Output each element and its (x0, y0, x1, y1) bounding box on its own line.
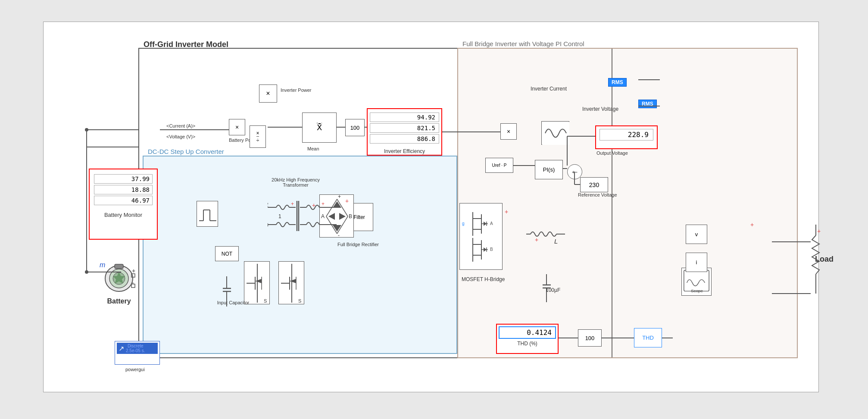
uref-label: Uref · P (492, 163, 507, 168)
inverter-power-label: Inverter Power (281, 88, 312, 93)
inv-eff-label: Inverter Efficiency (368, 148, 441, 154)
inv-eff-v2: 821.5 (370, 123, 439, 133)
mult-block-battery: × (229, 119, 245, 135)
gain-thd-block: 100 (578, 329, 602, 347)
fullbridge-label: Full Bridge Inverter with Voltage PI Con… (462, 40, 584, 47)
sine-block (541, 121, 569, 145)
battery-monitor-label: Battery Monitor (90, 212, 157, 218)
mean-symbol: X̄ (317, 123, 322, 132)
output-voltage-box: 228.9 (595, 125, 658, 149)
svg-marker-73 (290, 279, 296, 283)
thd-source-block: THD (634, 328, 662, 347)
uref-block: Uref · P (485, 158, 513, 173)
svg-text:-: - (132, 279, 134, 286)
svg-text:+: + (338, 195, 341, 200)
mult-block-inverter: × (500, 123, 517, 140)
svg-marker-67 (255, 279, 262, 283)
gain-100-block: 100 (345, 119, 365, 136)
battery-monitor-v3: 46.97 (94, 196, 153, 205)
div-block: × ÷ (250, 125, 266, 148)
svg-text:B: B (349, 213, 352, 219)
svg-rect-8 (542, 122, 569, 145)
mean-block: X̄ (302, 113, 337, 143)
svg-text:+: + (322, 201, 325, 207)
svg-marker-16 (339, 213, 346, 220)
thd-source-label: THD (642, 335, 654, 341)
m-label: m (100, 261, 105, 269)
gain-thd-value: 100 (585, 335, 595, 341)
svg-marker-33 (484, 247, 487, 252)
pulse-gen-block (197, 201, 218, 227)
svg-text:+: + (291, 201, 294, 207)
diagram-area: Off-Grid Inverter Model Full Bridge Inve… (43, 22, 819, 392)
thd-box: 0.4124 THD (%) (496, 324, 559, 354)
transformer-label: 20kHz High Frequency Transformer (263, 177, 328, 188)
svg-text:+: + (817, 228, 821, 235)
output-voltage-label: Output Voltage (596, 150, 628, 156)
mult-symbol: × (235, 124, 239, 131)
svg-text:g: g (462, 221, 465, 226)
sine-wave-svg (542, 122, 570, 145)
reference-voltage-value: 230 (589, 181, 599, 188)
battery-label: Battery (93, 297, 145, 305)
svg-text:S: S (264, 298, 267, 303)
svg-text:+: + (132, 267, 135, 274)
capacitor-symbol (541, 274, 552, 302)
i-block: i (686, 253, 707, 272)
reference-voltage-block: 230 (580, 177, 608, 192)
input-capacitor-symbol (222, 276, 232, 306)
svg-text:1: 1 (278, 213, 281, 219)
battery-icon: + - (100, 255, 138, 294)
reference-voltage-label: Reference Voltage (578, 192, 617, 197)
thd-label: THD (%) (497, 341, 558, 347)
svg-text:S: S (298, 298, 301, 303)
mosfet-label: MOSFET H-Bridge (462, 276, 505, 282)
dcdc-label: DC-DC Step Up Converter (148, 148, 224, 155)
mult-symbol-inv: × (507, 128, 510, 135)
rms-badge-1: RMS (608, 78, 627, 87)
input-cap-label: Input Capacitor (216, 300, 250, 305)
svg-text:Scope: Scope (691, 288, 703, 293)
pi-block: PI(s) (535, 160, 563, 179)
powergui-sublabel: powergui (125, 367, 145, 372)
inductor-symbol (526, 229, 565, 240)
fbr-label: Full Bridge Rectifier (337, 242, 380, 247)
canvas: Off-Grid Inverter Model Full Bridge Inve… (0, 0, 868, 419)
output-voltage-value: 228.9 (599, 129, 653, 141)
offgrid-label: Off-Grid Inverter Model (144, 40, 228, 49)
battery-monitor: 37.99 18.88 46.97 Battery Monitor (89, 169, 158, 240)
load-resistor: + (811, 225, 821, 294)
powergui-block: ↗ Discrete2.5e-05 s. (115, 341, 160, 365)
svg-text:2: 2 (268, 202, 269, 208)
mosfet-svg: A B g (460, 203, 503, 270)
not-label: NOT (222, 251, 232, 257)
thd-value: 0.4124 (499, 326, 556, 339)
inverter-voltage-label: Inverter Voltage (582, 106, 618, 112)
svg-point-109 (85, 128, 88, 131)
svg-rect-1 (115, 264, 123, 269)
powergui-inner: ↗ Discrete2.5e-05 s. (117, 343, 158, 354)
rms-badge-2: RMS (638, 100, 657, 108)
battery-monitor-v2: 18.88 (94, 185, 153, 194)
svg-point-110 (85, 270, 88, 274)
inverter-efficiency-box: 94.92 821.5 886.8 Inverter Efficiency (367, 108, 442, 156)
battery-monitor-display: 37.99 18.88 46.97 (90, 169, 157, 210)
filter-label: Filter (353, 214, 365, 220)
svg-text:-: - (338, 232, 340, 238)
mosfet-switch-2: S (278, 261, 304, 304)
inv-eff-v1: 94.92 (370, 113, 439, 122)
mult-block-top: × (259, 84, 277, 103)
svg-marker-26 (484, 222, 487, 226)
svg-text:A: A (490, 221, 493, 226)
mosfet-hbridge-block: A B g (459, 203, 503, 270)
fullbridge-box: Full Bridge Inverter with Voltage PI Con… (457, 48, 798, 358)
v-block: v (686, 225, 707, 244)
not-block: NOT (215, 246, 239, 261)
pi-label: PI(s) (543, 166, 555, 173)
battery-monitor-v1: 37.99 (94, 174, 153, 184)
transformer-symbol: + + 2 3 1 (268, 190, 337, 246)
inverter-current-label: Inverter Current (531, 86, 567, 92)
mosfet-switch-1: S (244, 261, 270, 304)
svg-text:B: B (490, 247, 493, 252)
mean-label: Mean (307, 146, 319, 151)
